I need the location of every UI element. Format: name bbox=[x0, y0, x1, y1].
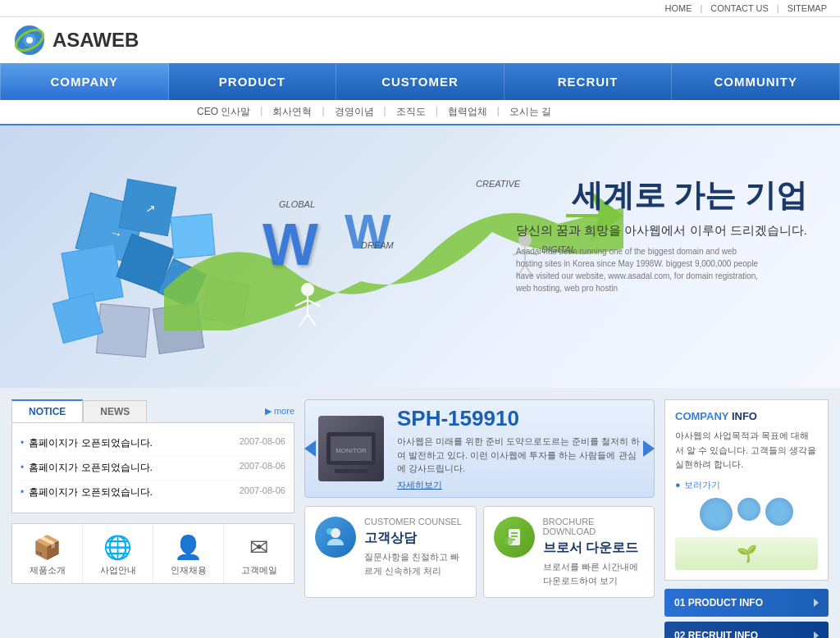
logo-text: ASAWEB bbox=[52, 29, 139, 52]
brochure-text: BROCHURE DOWNLOAD 브로서 다운로드 브로서를 빠른 시간내에 … bbox=[543, 517, 645, 587]
main-nav: COMPANY PRODUCT CUSTOMER RECRUIT COMMUNI… bbox=[0, 63, 840, 100]
subnav-location[interactable]: 오시는 길 bbox=[509, 105, 551, 119]
subnav-management[interactable]: 경영이념 bbox=[335, 105, 374, 119]
promo-desc: 아사웹은 미래를 위한 준비 도약으로도르는 준비를 철저히 하여 발전하고 있… bbox=[397, 435, 641, 476]
svg-line-23 bbox=[299, 314, 308, 326]
promo-number: SPH-159910 bbox=[397, 406, 641, 431]
sep2: | bbox=[777, 3, 779, 13]
brochure-title[interactable]: 브로서 다운로드 bbox=[543, 540, 645, 557]
subnav-org[interactable]: 조직도 bbox=[396, 105, 426, 119]
recruit-info-btn[interactable]: 02 RECRUIT INFO bbox=[664, 622, 829, 638]
svg-rect-34 bbox=[335, 469, 368, 473]
product-info-arrow-icon bbox=[814, 599, 819, 607]
products-label: 제품소개 bbox=[30, 565, 66, 575]
svg-point-3 bbox=[26, 37, 33, 43]
recruit-info-label: 02 RECRUIT INFO bbox=[674, 630, 758, 638]
hero-desc: Asadal has been running one of the bigge… bbox=[516, 245, 762, 294]
gear-large bbox=[700, 498, 733, 531]
hero-label-creative: CREATIVE bbox=[476, 179, 520, 189]
svg-point-19 bbox=[301, 283, 314, 296]
svg-rect-33 bbox=[343, 465, 359, 469]
counsel-text: CUSTOMER COUNSEL 고객상담 질문사항을 친절하고 빠르게 신속하… bbox=[364, 517, 466, 577]
hero-label-dream: DREAM bbox=[361, 240, 394, 250]
product-info-btn[interactable]: 01 PRODUCT INFO bbox=[664, 589, 829, 617]
nav-company[interactable]: COMPANY bbox=[0, 63, 169, 100]
more-link[interactable]: ▶ more bbox=[265, 406, 294, 417]
brochure-label: BROCHURE DOWNLOAD bbox=[543, 517, 645, 536]
sep1: | bbox=[700, 3, 702, 13]
nav-recruit[interactable]: RECRUIT bbox=[504, 63, 673, 100]
business-label: 사업안내 bbox=[100, 565, 136, 575]
brochure-desc: 브로서를 빠른 시간내에 다운로드하여 보기 bbox=[543, 560, 645, 587]
promo-detail-link[interactable]: 자세히보기 bbox=[397, 479, 641, 491]
subnav-ceo[interactable]: CEO 인사말 bbox=[197, 105, 250, 119]
counsel-title[interactable]: 고객상담 bbox=[364, 530, 466, 547]
nav-product[interactable]: PRODUCT bbox=[169, 63, 337, 100]
promo-prev-btn[interactable] bbox=[304, 440, 316, 457]
icon-buttons: 📦 제품소개 🌐 사업안내 👤 인재채용 ✉ 고객메일 bbox=[11, 523, 294, 584]
news-text-2[interactable]: 홈페이지가 오픈되었습니다. bbox=[29, 462, 153, 473]
news-text-3[interactable]: 홈페이지가 오픈되었습니다. bbox=[29, 486, 153, 498]
customer-counsel-box: CUSTOMER COUNSEL 고객상담 질문사항을 친절하고 빠르게 신속하… bbox=[304, 506, 477, 598]
subnav-history[interactable]: 회사연혁 bbox=[272, 105, 312, 119]
top-bar: HOME | CONTACT US | SITEMAP bbox=[0, 0, 840, 17]
news-item: •홈페이지가 오픈되었습니다. 2007-08-06 bbox=[21, 431, 285, 456]
recruit-btn[interactable]: 👤 인재채용 bbox=[153, 524, 224, 583]
info-link-text: 보러가기 bbox=[684, 479, 720, 491]
promo-next-btn[interactable] bbox=[643, 440, 655, 457]
recruit-info-arrow-icon bbox=[814, 631, 819, 638]
svg-text:MONITOR: MONITOR bbox=[336, 447, 367, 454]
logo[interactable]: ASAWEB bbox=[13, 24, 139, 57]
tab-bar: NOTICE NEWS ▶ more bbox=[11, 399, 294, 422]
right-panel: COMPANY INFO 아사웹의 사업목적과 목표에 대해서 알 수 있습니다… bbox=[664, 399, 829, 638]
products-icon: 📦 bbox=[16, 534, 79, 561]
business-icon: 🌐 bbox=[86, 534, 149, 561]
nav-customer[interactable]: CUSTOMER bbox=[336, 63, 504, 100]
nav-community[interactable]: COMMUNITY bbox=[672, 63, 840, 100]
svg-text:↓: ↓ bbox=[507, 539, 510, 545]
products-btn[interactable]: 📦 제품소개 bbox=[12, 524, 83, 583]
header: ASAWEB bbox=[0, 17, 840, 63]
svg-point-37 bbox=[326, 528, 333, 535]
plant-visual: 🌱 bbox=[675, 537, 818, 570]
promo-box: MONITOR SPH-159910 아사웹은 미래를 위한 준비 도약으로도르… bbox=[304, 399, 655, 498]
gear-small bbox=[737, 498, 760, 521]
email-icon: ✉ bbox=[227, 534, 290, 561]
counsel-label: CUSTOMER COUNSEL bbox=[364, 517, 466, 526]
news-date-1: 2007-08-06 bbox=[240, 436, 285, 450]
hero-sub-title: 당신의 꿈과 희망을 아사웹에서 이루어 드리겠습니다. bbox=[516, 223, 807, 239]
counsel-desc: 질문사항을 친절하고 빠르게 신속하게 처리 bbox=[364, 550, 466, 577]
center-panel: MONITOR SPH-159910 아사웹은 미래를 위한 준비 도약으로도르… bbox=[304, 399, 655, 638]
tab-news[interactable]: NEWS bbox=[83, 400, 147, 422]
company-highlight: COMPANY bbox=[675, 410, 728, 422]
notice-content: •홈페이지가 오픈되었습니다. 2007-08-06 •홈페이지가 오픈되었습니… bbox=[11, 422, 294, 513]
news-item: •홈페이지가 오픈되었습니다. 2007-08-06 bbox=[21, 481, 285, 504]
recruit-icon: 👤 bbox=[157, 534, 220, 561]
email-btn[interactable]: ✉ 고객메일 bbox=[224, 524, 294, 583]
tab-notice[interactable]: NOTICE bbox=[11, 399, 83, 422]
hero-section: → ↗ W W bbox=[0, 125, 840, 388]
promo-text: SPH-159910 아사웹은 미래를 위한 준비 도약으로도르는 준비를 철저… bbox=[397, 406, 641, 491]
business-btn[interactable]: 🌐 사업안내 bbox=[83, 524, 153, 583]
news-date-3: 2007-08-06 bbox=[240, 485, 285, 499]
subnav-partner[interactable]: 협력업체 bbox=[448, 105, 487, 119]
company-info-box: COMPANY INFO 아사웹의 사업목적과 목표에 대해서 알 수 있습니다… bbox=[664, 399, 829, 581]
company-info-link[interactable]: ● 보러가기 bbox=[675, 479, 818, 491]
svg-text:W: W bbox=[345, 204, 391, 259]
product-info-label: 01 PRODUCT INFO bbox=[674, 597, 763, 608]
svg-rect-10 bbox=[96, 303, 149, 357]
svg-line-24 bbox=[308, 314, 316, 326]
left-panel: NOTICE NEWS ▶ more •홈페이지가 오픈되었습니다. 2007-… bbox=[11, 399, 294, 638]
hero-text: 세계로 가는 기업 당신의 꿈과 희망을 아사웹에서 이루어 드리겠습니다. A… bbox=[516, 175, 807, 294]
home-link[interactable]: HOME bbox=[664, 3, 692, 13]
contact-link[interactable]: CONTACT US bbox=[710, 3, 769, 13]
gear-medium bbox=[765, 498, 793, 526]
company-info-title: COMPANY INFO bbox=[675, 410, 818, 422]
circle-bullet: ● bbox=[675, 480, 681, 490]
news-item: •홈페이지가 오픈되었습니다. 2007-08-06 bbox=[21, 456, 285, 481]
email-label: 고객메일 bbox=[241, 565, 277, 575]
brochure-icon: ↓ bbox=[494, 517, 535, 558]
hero-main-title: 세계로 가는 기업 bbox=[516, 175, 807, 216]
news-text-1[interactable]: 홈페이지가 오픈되었습니다. bbox=[29, 437, 153, 449]
sitemap-link[interactable]: SITEMAP bbox=[788, 3, 827, 13]
